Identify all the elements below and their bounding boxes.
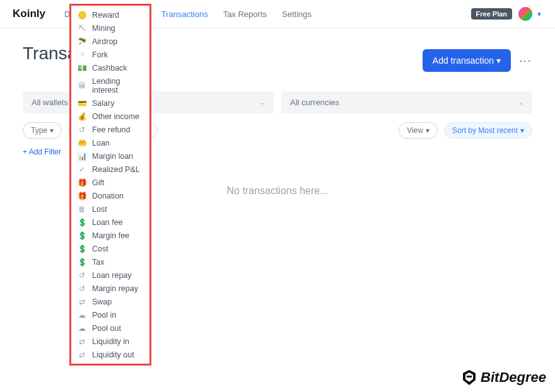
- type-option-label: Reward: [92, 11, 119, 20]
- nav-item-transactions[interactable]: Transactions: [161, 9, 208, 19]
- type-option-fork[interactable]: ⑂Fork: [71, 48, 149, 61]
- type-option-label: Salary: [92, 99, 114, 108]
- type-option-salary[interactable]: 💳Salary: [71, 96, 149, 110]
- type-option-cashback[interactable]: 💵Cashback: [71, 61, 149, 74]
- type-option-label: Donation: [92, 192, 124, 200]
- type-dropdown: 🪙Reward⛏Mining🪂Airdrop⑂Fork💵Cashback🏛Len…: [69, 4, 151, 366]
- type-option-icon: 💵: [78, 64, 86, 72]
- type-option-label: Loan: [92, 139, 110, 147]
- type-option-donation[interactable]: 🎁Donation: [71, 189, 149, 202]
- type-option-label: Gift: [92, 178, 104, 187]
- type-option-icon: 🪙: [78, 11, 86, 20]
- app-logo: Koinly: [13, 8, 45, 20]
- type-option-icon: ☁: [78, 324, 86, 333]
- type-option-icon: 📊: [78, 152, 86, 161]
- type-option-loan-repay[interactable]: ↺Loan repay: [71, 268, 149, 282]
- type-option-loan-fee[interactable]: 💲Loan fee: [71, 216, 149, 229]
- type-option-label: Fork: [92, 50, 108, 59]
- type-option-pool-in[interactable]: ☁Pool in: [71, 308, 149, 321]
- type-option-label: Realized P&L: [92, 165, 140, 174]
- type-option-reward[interactable]: 🪙Reward: [71, 8, 149, 21]
- view-label: View: [407, 126, 423, 135]
- type-option-loan[interactable]: 🤲Loan: [71, 136, 149, 149]
- type-option-gift[interactable]: 🎁Gift: [71, 176, 149, 189]
- type-option-liquidity-out[interactable]: ⇄Liquidity out: [71, 348, 149, 361]
- type-option-lending-interest[interactable]: 🏛Lending interest: [71, 74, 149, 96]
- type-option-label: Fee refund: [92, 125, 130, 134]
- type-option-label: Pool out: [92, 324, 121, 333]
- type-option-icon: 🏛: [78, 81, 86, 90]
- type-option-mining[interactable]: ⛏Mining: [71, 21, 149, 35]
- type-option-pool-out[interactable]: ☁Pool out: [71, 321, 149, 335]
- type-option-other-income[interactable]: 💰Other income: [71, 110, 149, 123]
- type-option-fee-refund[interactable]: ↺Fee refund: [71, 123, 149, 136]
- type-option-realized-p-l[interactable]: ✓Realized P&L: [71, 163, 149, 176]
- account-chevron-icon[interactable]: ▼: [536, 11, 542, 18]
- type-option-icon: ↺: [78, 284, 86, 293]
- type-option-icon: ⇄: [78, 350, 86, 359]
- type-option-label: Other income: [92, 112, 139, 121]
- type-option-label: Cashback: [92, 64, 127, 72]
- type-option-label: Margin repay: [92, 284, 138, 293]
- type-option-icon: ☁: [78, 311, 86, 320]
- type-option-label: Loan fee: [92, 218, 123, 227]
- type-option-swap[interactable]: ⇄Swap: [71, 295, 149, 308]
- type-option-label: Mining: [92, 24, 115, 33]
- chevron-down-icon: ▾: [496, 55, 501, 66]
- view-pill[interactable]: View ▾: [399, 122, 438, 139]
- type-option-icon: 💳: [78, 99, 86, 108]
- type-option-icon: 🎁: [78, 178, 86, 187]
- type-option-icon: 💰: [78, 112, 86, 121]
- type-option-lost[interactable]: 🗑Lost: [71, 202, 149, 216]
- type-option-icon: 🪂: [78, 37, 86, 46]
- type-option-airdrop[interactable]: 🪂Airdrop: [71, 35, 149, 48]
- avatar[interactable]: [518, 7, 532, 21]
- type-option-icon: ⇄: [78, 297, 86, 306]
- type-option-icon: 🗑: [78, 205, 86, 214]
- type-option-icon: 💲: [78, 245, 86, 253]
- nav-item-settings[interactable]: Settings: [282, 9, 312, 19]
- type-option-label: Margin loan: [92, 152, 133, 161]
- type-option-liquidity-in[interactable]: ⇄Liquidity in: [71, 335, 149, 348]
- type-option-margin-fee[interactable]: 💲Margin fee: [71, 229, 149, 242]
- sort-pill[interactable]: Sort by Most recent ▾: [444, 122, 532, 139]
- type-option-label: Airdrop: [92, 37, 117, 46]
- bitdegree-icon: [462, 369, 477, 386]
- watermark-text: BitDegree: [481, 369, 546, 386]
- add-transaction-label: Add transaction: [433, 55, 494, 66]
- type-option-label: Pool in: [92, 311, 116, 320]
- add-transaction-button[interactable]: Add transaction ▾: [423, 49, 511, 72]
- type-filter-pill[interactable]: Type ▾: [23, 122, 62, 139]
- type-option-icon: 💲: [78, 231, 86, 240]
- type-option-icon: 🤲: [78, 139, 86, 147]
- type-option-cost[interactable]: 💲Cost: [71, 242, 149, 255]
- type-option-label: Lending interest: [92, 77, 143, 95]
- type-option-label: Margin fee: [92, 231, 129, 240]
- currencies-filter[interactable]: All currencies⌄: [281, 91, 532, 113]
- type-option-label: Loan repay: [92, 271, 132, 280]
- chevron-down-icon: ⌄: [518, 99, 523, 106]
- more-menu-icon[interactable]: ⋮: [518, 55, 532, 66]
- type-option-icon: ⛏: [78, 24, 86, 33]
- chevron-down-icon: ⌄: [260, 99, 265, 106]
- type-option-icon: ⑂: [78, 50, 86, 59]
- type-option-icon: ↺: [78, 125, 86, 134]
- type-option-margin-repay[interactable]: ↺Margin repay: [71, 282, 149, 295]
- type-option-label: Cost: [92, 245, 108, 253]
- type-option-tax[interactable]: 💲Tax: [71, 255, 149, 268]
- type-option-icon: 💲: [78, 258, 86, 267]
- plan-badge: Free Plan: [471, 8, 513, 20]
- type-option-icon: 🎁: [78, 192, 86, 200]
- type-option-label: Swap: [92, 297, 112, 306]
- type-option-margin-loan[interactable]: 📊Margin loan: [71, 149, 149, 163]
- type-option-icon: 💲: [78, 218, 86, 227]
- type-option-label: Liquidity in: [92, 337, 129, 346]
- sort-label: Sort by Most recent: [452, 126, 518, 135]
- watermark: BitDegree: [462, 369, 546, 386]
- type-option-label: Liquidity out: [92, 350, 134, 359]
- type-option-icon: ↺: [78, 271, 86, 280]
- wallets-filter-label: All wallets: [32, 98, 68, 107]
- type-option-icon: ⇄: [78, 337, 86, 346]
- type-option-icon: ✓: [78, 165, 86, 174]
- nav-item-tax-reports[interactable]: Tax Reports: [223, 9, 267, 19]
